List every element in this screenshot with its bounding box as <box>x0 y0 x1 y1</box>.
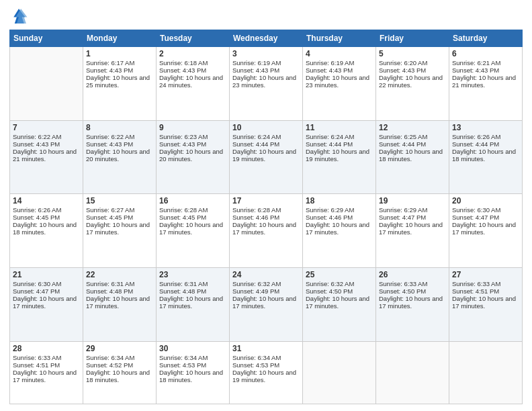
sunset-label: Sunset: 4:46 PM <box>306 214 353 221</box>
daylight-label: Daylight: 10 hours and 17 minutes. <box>379 221 443 236</box>
calendar-cell: 12 Sunrise: 6:25 AM Sunset: 4:44 PM Dayl… <box>376 120 449 194</box>
calendar-table: SundayMondayTuesdayWednesdayThursdayFrid… <box>9 30 523 404</box>
sunset-label: Sunset: 4:45 PM <box>13 214 60 221</box>
sunset-label: Sunset: 4:43 PM <box>306 66 353 74</box>
daylight-label: Daylight: 10 hours and 17 minutes. <box>13 369 77 383</box>
weekday-header: Monday <box>83 30 157 47</box>
sunrise-label: Sunrise: 6:33 AM <box>452 280 500 287</box>
sunrise-label: Sunrise: 6:24 AM <box>306 133 354 140</box>
calendar-cell: 29 Sunrise: 6:34 AM Sunset: 4:52 PM Dayl… <box>83 341 157 404</box>
sunset-label: Sunset: 4:43 PM <box>86 140 133 148</box>
day-number: 25 <box>306 270 373 279</box>
calendar-cell <box>449 341 523 404</box>
weekday-header: Sunday <box>10 30 83 47</box>
day-number: 15 <box>86 196 153 205</box>
sunrise-label: Sunrise: 6:19 AM <box>232 59 281 66</box>
daylight-label: Daylight: 10 hours and 20 minutes. <box>86 148 150 163</box>
daylight-label: Daylight: 10 hours and 17 minutes. <box>232 221 296 236</box>
weekday-header: Thursday <box>303 30 376 47</box>
day-number: 17 <box>232 196 300 205</box>
weekday-header: Tuesday <box>157 30 230 47</box>
sunrise-label: Sunrise: 6:24 AM <box>232 133 281 140</box>
sunset-label: Sunset: 4:43 PM <box>159 66 206 74</box>
day-number: 7 <box>13 123 80 132</box>
sunset-label: Sunset: 4:44 PM <box>452 140 499 148</box>
sunrise-label: Sunrise: 6:28 AM <box>232 206 281 214</box>
calendar-cell: 15 Sunrise: 6:27 AM Sunset: 4:45 PM Dayl… <box>83 194 157 268</box>
sunrise-label: Sunrise: 6:29 AM <box>306 206 354 214</box>
calendar-cell: 30 Sunrise: 6:34 AM Sunset: 4:53 PM Dayl… <box>157 341 230 404</box>
day-number: 27 <box>452 270 519 279</box>
daylight-label: Daylight: 10 hours and 19 minutes. <box>306 148 369 163</box>
day-number: 30 <box>159 344 226 353</box>
sunset-label: Sunset: 4:44 PM <box>306 140 353 148</box>
day-number: 29 <box>86 344 153 353</box>
calendar-week-row: 28 Sunrise: 6:33 AM Sunset: 4:51 PM Dayl… <box>10 341 523 404</box>
day-number: 26 <box>379 270 446 279</box>
sunset-label: Sunset: 4:47 PM <box>13 287 60 295</box>
sunrise-label: Sunrise: 6:31 AM <box>159 280 208 287</box>
calendar-cell: 3 Sunrise: 6:19 AM Sunset: 4:43 PM Dayli… <box>230 47 303 121</box>
sunrise-label: Sunrise: 6:19 AM <box>306 59 354 66</box>
day-number: 5 <box>379 49 446 58</box>
sunset-label: Sunset: 4:43 PM <box>13 140 60 148</box>
calendar-cell <box>376 341 449 404</box>
daylight-label: Daylight: 10 hours and 17 minutes. <box>13 295 77 310</box>
day-number: 6 <box>452 49 519 58</box>
header <box>9 7 523 26</box>
daylight-label: Daylight: 10 hours and 18 minutes. <box>452 148 516 163</box>
calendar-cell: 24 Sunrise: 6:32 AM Sunset: 4:49 PM Dayl… <box>230 268 303 342</box>
daylight-label: Daylight: 10 hours and 24 minutes. <box>159 74 223 89</box>
sunrise-label: Sunrise: 6:33 AM <box>13 354 61 361</box>
sunrise-label: Sunrise: 6:17 AM <box>86 59 134 66</box>
calendar-cell <box>10 47 83 121</box>
sunset-label: Sunset: 4:43 PM <box>379 66 426 74</box>
sunrise-label: Sunrise: 6:22 AM <box>86 133 134 140</box>
calendar-cell: 25 Sunrise: 6:32 AM Sunset: 4:50 PM Dayl… <box>303 268 376 342</box>
sunset-label: Sunset: 4:46 PM <box>232 214 279 221</box>
sunrise-label: Sunrise: 6:27 AM <box>86 206 134 214</box>
day-number: 3 <box>232 49 300 58</box>
daylight-label: Daylight: 10 hours and 17 minutes. <box>159 221 223 236</box>
calendar-cell: 21 Sunrise: 6:30 AM Sunset: 4:47 PM Dayl… <box>10 268 83 342</box>
sunset-label: Sunset: 4:53 PM <box>159 361 206 369</box>
daylight-label: Daylight: 10 hours and 19 minutes. <box>232 148 296 163</box>
sunset-label: Sunset: 4:49 PM <box>232 287 279 295</box>
calendar-cell: 11 Sunrise: 6:24 AM Sunset: 4:44 PM Dayl… <box>303 120 376 194</box>
sunrise-label: Sunrise: 6:30 AM <box>13 280 61 287</box>
calendar-week-row: 21 Sunrise: 6:30 AM Sunset: 4:47 PM Dayl… <box>10 268 523 342</box>
calendar-cell: 26 Sunrise: 6:33 AM Sunset: 4:50 PM Dayl… <box>376 268 449 342</box>
daylight-label: Daylight: 10 hours and 17 minutes. <box>86 295 150 310</box>
calendar-cell: 31 Sunrise: 6:34 AM Sunset: 4:53 PM Dayl… <box>230 341 303 404</box>
day-number: 10 <box>232 123 300 132</box>
calendar-cell: 13 Sunrise: 6:26 AM Sunset: 4:44 PM Dayl… <box>449 120 523 194</box>
sunset-label: Sunset: 4:47 PM <box>452 214 499 221</box>
calendar-cell: 28 Sunrise: 6:33 AM Sunset: 4:51 PM Dayl… <box>10 341 83 404</box>
sunset-label: Sunset: 4:52 PM <box>86 361 133 369</box>
calendar-cell: 19 Sunrise: 6:29 AM Sunset: 4:47 PM Dayl… <box>376 194 449 268</box>
day-number: 4 <box>306 49 373 58</box>
daylight-label: Daylight: 10 hours and 17 minutes. <box>379 295 443 310</box>
calendar-week-row: 7 Sunrise: 6:22 AM Sunset: 4:43 PM Dayli… <box>10 120 523 194</box>
calendar-cell: 10 Sunrise: 6:24 AM Sunset: 4:44 PM Dayl… <box>230 120 303 194</box>
calendar-week-row: 1 Sunrise: 6:17 AM Sunset: 4:43 PM Dayli… <box>10 47 523 121</box>
day-number: 2 <box>159 49 226 58</box>
day-number: 24 <box>232 270 300 279</box>
sunset-label: Sunset: 4:50 PM <box>306 287 353 295</box>
logo-icon <box>9 7 28 26</box>
day-number: 12 <box>379 123 446 132</box>
daylight-label: Daylight: 10 hours and 23 minutes. <box>306 74 369 89</box>
sunset-label: Sunset: 4:51 PM <box>13 361 60 369</box>
daylight-label: Daylight: 10 hours and 21 minutes. <box>13 148 77 163</box>
calendar-cell <box>303 341 376 404</box>
day-number: 8 <box>86 123 153 132</box>
day-number: 31 <box>232 344 300 353</box>
sunset-label: Sunset: 4:48 PM <box>159 287 206 295</box>
sunset-label: Sunset: 4:45 PM <box>86 214 133 221</box>
daylight-label: Daylight: 10 hours and 17 minutes. <box>452 221 516 236</box>
page: SundayMondayTuesdayWednesdayThursdayFrid… <box>0 0 532 411</box>
sunset-label: Sunset: 4:51 PM <box>452 287 499 295</box>
daylight-label: Daylight: 10 hours and 17 minutes. <box>159 295 223 310</box>
calendar-cell: 17 Sunrise: 6:28 AM Sunset: 4:46 PM Dayl… <box>230 194 303 268</box>
weekday-header: Friday <box>376 30 449 47</box>
